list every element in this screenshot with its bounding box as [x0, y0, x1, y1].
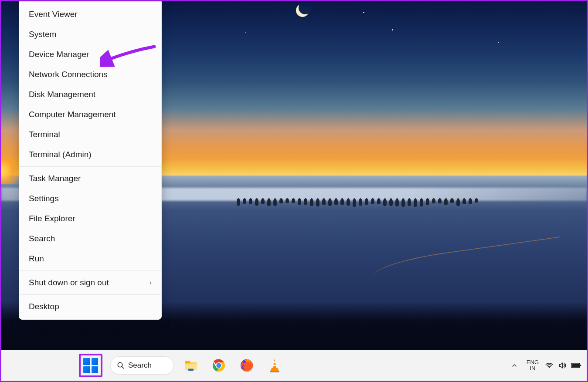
file-explorer-icon: [183, 358, 199, 373]
taskbar-app-firefox[interactable]: [238, 357, 255, 374]
language-indicator[interactable]: ENG IN: [527, 359, 539, 372]
menu-item-label: Desktop: [29, 302, 59, 311]
tray-overflow-button[interactable]: [508, 359, 520, 372]
menu-separator: [19, 166, 161, 167]
svg-line-1: [122, 366, 124, 368]
menu-item-label: System: [29, 30, 56, 39]
menu-item-label: Search: [29, 234, 55, 243]
tray-status-icons[interactable]: [545, 361, 581, 370]
menu-item-label: Computer Management: [29, 110, 116, 119]
menu-item-task-manager[interactable]: Task Manager: [19, 169, 161, 189]
taskbar-app-chrome[interactable]: [211, 357, 227, 374]
menu-item-file-explorer[interactable]: File Explorer: [19, 209, 161, 229]
svg-rect-10: [273, 362, 276, 363]
wifi-icon: [545, 361, 554, 370]
svg-rect-12: [270, 371, 279, 372]
taskbar-app-file-explorer[interactable]: [183, 357, 199, 374]
winx-context-menu: Event ViewerSystemDevice ManagerNetwork …: [19, 1, 162, 320]
start-button-highlight: [79, 354, 102, 377]
svg-rect-5: [188, 369, 194, 371]
menu-separator: [19, 294, 161, 295]
menu-item-event-viewer[interactable]: Event Viewer: [19, 4, 161, 24]
vlc-icon: [268, 358, 282, 373]
menu-item-label: Network Connections: [29, 70, 108, 79]
screenshot-frame: Event ViewerSystemDevice ManagerNetwork …: [0, 0, 588, 382]
svg-rect-16: [572, 364, 579, 367]
menu-item-label: Disk Management: [29, 90, 95, 99]
svg-point-13: [549, 367, 550, 368]
chrome-icon: [211, 358, 226, 373]
menu-item-label: Run: [29, 254, 44, 264]
star-icon: [392, 29, 393, 30]
start-button[interactable]: [83, 358, 98, 373]
menu-item-terminal[interactable]: Terminal: [19, 125, 161, 145]
menu-item-system[interactable]: System: [19, 24, 161, 44]
menu-item-label: Shut down or sign out: [29, 278, 109, 287]
menu-item-run[interactable]: Run: [19, 249, 161, 269]
star-icon: [498, 42, 499, 43]
chevron-right-icon: ›: [150, 279, 152, 287]
language-line1: ENG: [527, 359, 539, 365]
taskbar-search-label: Search: [128, 361, 152, 370]
volume-icon: [558, 361, 567, 370]
menu-item-label: Event Viewer: [29, 10, 78, 19]
search-icon: [117, 362, 125, 369]
firefox-icon: [239, 358, 254, 373]
menu-item-label: Task Manager: [29, 174, 81, 183]
svg-rect-15: [580, 365, 581, 366]
taskbar-search[interactable]: Search: [110, 356, 174, 375]
moon-icon: [296, 4, 309, 17]
star-icon: [245, 32, 246, 33]
menu-item-search[interactable]: Search: [19, 229, 161, 249]
menu-item-disk-management[interactable]: Disk Management: [19, 85, 161, 105]
menu-separator: [19, 270, 161, 271]
menu-item-device-manager[interactable]: Device Manager: [19, 44, 161, 64]
menu-item-settings[interactable]: Settings: [19, 189, 161, 209]
language-line2: IN: [527, 365, 539, 372]
menu-item-computer-management[interactable]: Computer Management: [19, 105, 161, 125]
svg-rect-11: [272, 365, 276, 366]
wallpaper-treeline: [237, 198, 507, 206]
chevron-up-icon: [511, 362, 518, 369]
svg-rect-3: [185, 361, 190, 364]
taskbar: Search ENG IN: [1, 350, 587, 381]
menu-item-label: Terminal: [29, 130, 60, 139]
menu-item-label: Terminal (Admin): [29, 150, 92, 159]
taskbar-pinned-apps: [183, 356, 283, 375]
menu-item-label: Device Manager: [29, 50, 89, 59]
battery-icon: [571, 361, 581, 370]
menu-item-shut-down-or-sign-out[interactable]: Shut down or sign out›: [19, 273, 161, 293]
menu-item-desktop[interactable]: Desktop: [19, 297, 161, 317]
system-tray: ENG IN: [508, 350, 581, 381]
star-icon: [363, 12, 364, 13]
menu-item-terminal-admin[interactable]: Terminal (Admin): [19, 145, 161, 165]
menu-item-network-connections[interactable]: Network Connections: [19, 64, 161, 85]
menu-item-label: File Explorer: [29, 214, 75, 223]
menu-item-label: Settings: [29, 194, 59, 203]
taskbar-app-vlc[interactable]: [266, 357, 283, 374]
